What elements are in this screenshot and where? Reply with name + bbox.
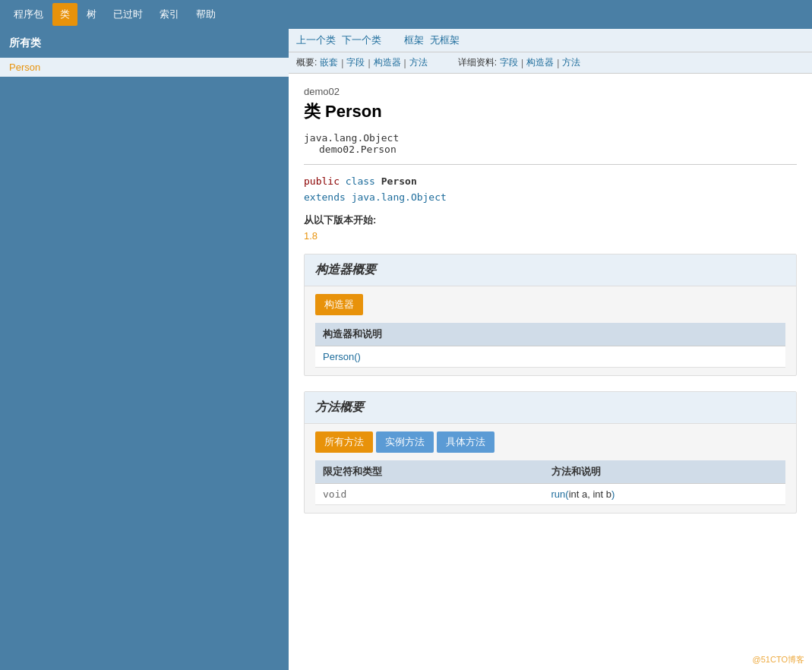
nav-sep1: [387, 35, 398, 46]
constructor-section: 构造器概要 构造器 构造器和说明: [304, 254, 797, 376]
detail-fields[interactable]: 字段: [500, 56, 518, 69]
code-line2: extends java.lang.Object: [304, 190, 797, 206]
constructor-link[interactable]: Person(): [323, 351, 361, 362]
detail-label: 详细资料:: [458, 56, 497, 69]
detail-method[interactable]: 方法: [562, 56, 580, 69]
class-title: 类 Person: [304, 100, 797, 123]
method-table-wrapper: 限定符和类型 方法和说明 void run(int a, int b): [305, 453, 796, 513]
table-row: Person(): [315, 346, 785, 367]
method-col1-header: 限定符和类型: [315, 460, 544, 484]
overview-label: 概要:: [296, 56, 317, 69]
top-nav: 程序包 类 树 已过时 索引 帮助: [0, 0, 812, 29]
sidebar-item-person[interactable]: Person: [0, 58, 289, 77]
constructor-tab-row: 构造器: [305, 286, 796, 315]
sidebar-header: 所有类: [0, 29, 289, 58]
sidebar: 所有类 Person: [0, 29, 289, 670]
frame-link[interactable]: 框架: [404, 33, 424, 47]
tab-concrete-methods[interactable]: 具体方法: [437, 431, 494, 453]
kw-extends: extends: [304, 191, 352, 203]
overview-fields[interactable]: 字段: [346, 56, 365, 69]
nav-package[interactable]: 程序包: [6, 3, 51, 26]
watermark: @51CTO博客: [753, 654, 804, 665]
inheritance-child: demo02.Person: [304, 144, 797, 155]
kw-public: public: [304, 175, 346, 187]
nav-class[interactable]: 类: [52, 3, 77, 26]
nav-index[interactable]: 索引: [152, 3, 187, 26]
main-layout: 所有类 Person 上一个类 下一个类 框架 无框架 概要: 嵌套 | 字段 …: [0, 29, 812, 670]
next-class-link[interactable]: 下一个类: [342, 33, 381, 47]
method-table: 限定符和类型 方法和说明 void run(int a, int b): [315, 460, 785, 505]
noframe-link[interactable]: 无框架: [430, 33, 460, 47]
nav-help[interactable]: 帮助: [188, 3, 223, 26]
table-row: void run(int a, int b): [315, 483, 785, 504]
class-name-code: Person: [381, 175, 417, 187]
constructor-table: 构造器和说明 Person(): [315, 323, 785, 368]
secondary-nav: 上一个类 下一个类 框架 无框架: [289, 29, 812, 52]
method-col2-header: 方法和说明: [544, 460, 785, 484]
overview-nested[interactable]: 嵌套: [320, 56, 338, 69]
constructor-tab[interactable]: 构造器: [315, 294, 363, 315]
code-line1: public class Person: [304, 174, 797, 190]
package-name: demo02: [304, 86, 797, 97]
method-section: 方法概要 所有方法 实例方法 具体方法 限定符和类型 方法和说明: [304, 391, 797, 514]
inheritance-tree: java.lang.Object demo02.Person: [304, 132, 797, 155]
prev-class-link[interactable]: 上一个类: [296, 33, 336, 47]
method-link[interactable]: run(int a, int b): [551, 488, 615, 500]
content-body: demo02 类 Person java.lang.Object demo02.…: [289, 74, 812, 541]
tab-instance-methods[interactable]: 实例方法: [376, 431, 434, 453]
constructor-table-wrapper: 构造器和说明 Person(): [305, 315, 796, 375]
nav-tree[interactable]: 树: [79, 3, 104, 26]
extends-ref[interactable]: java.lang.Object: [352, 191, 447, 203]
method-modifier: void: [323, 488, 346, 500]
constructor-col-header: 构造器和说明: [315, 323, 785, 346]
detail-constructor[interactable]: 构造器: [526, 56, 554, 69]
inheritance-root: java.lang.Object: [304, 132, 399, 144]
divider1: [304, 164, 797, 165]
kw-class: class: [346, 175, 381, 187]
constructor-section-title: 构造器概要: [305, 254, 796, 286]
content-area: 上一个类 下一个类 框架 无框架 概要: 嵌套 | 字段 | 构造器 | 方法 …: [289, 29, 812, 670]
overview-method[interactable]: 方法: [409, 56, 428, 69]
overview-constructor[interactable]: 构造器: [374, 56, 401, 69]
version-value: 1.8: [304, 230, 797, 242]
overview-bar: 概要: 嵌套 | 字段 | 构造器 | 方法 详细资料: 字段 | 构造器 | …: [289, 52, 812, 74]
nav-deprecated[interactable]: 已过时: [106, 3, 150, 26]
tab-all-methods[interactable]: 所有方法: [315, 431, 373, 453]
method-tab-row: 所有方法 实例方法 具体方法: [305, 424, 796, 453]
version-label: 从以下版本开始:: [304, 213, 797, 227]
method-section-title: 方法概要: [305, 392, 796, 424]
code-block: public class Person extends java.lang.Ob…: [304, 174, 797, 206]
